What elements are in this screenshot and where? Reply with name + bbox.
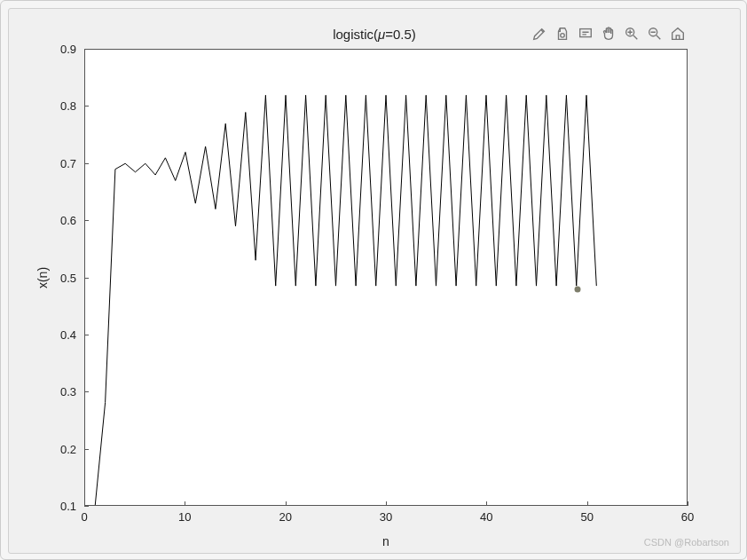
title-post: =0.5) xyxy=(385,27,416,42)
x-tick-mark xyxy=(185,501,185,506)
y-tick-label: 0.7 xyxy=(41,156,76,170)
figure-panel: logistic(μ=0.5) x(n) n 0.10.20.30. xyxy=(8,8,741,554)
title-mu: μ xyxy=(378,27,385,42)
y-tick-label: 0.1 xyxy=(41,500,76,513)
x-tick-label: 10 xyxy=(178,510,191,524)
zoom-out-icon[interactable] xyxy=(646,25,664,43)
y-tick-mark xyxy=(84,506,89,507)
title-pre: logistic( xyxy=(333,27,378,42)
y-tick-mark xyxy=(84,163,89,164)
datatip-icon[interactable] xyxy=(577,25,594,43)
x-tick-label: 0 xyxy=(81,510,87,524)
y-tick-mark xyxy=(84,49,89,50)
home-icon[interactable] xyxy=(669,25,687,43)
link-icon[interactable] xyxy=(554,25,571,43)
x-tick-label: 30 xyxy=(380,510,392,524)
x-tick-mark xyxy=(286,501,287,506)
y-tick-label: 0.3 xyxy=(41,385,76,398)
x-tick-label: 60 xyxy=(681,510,694,524)
y-tick-mark xyxy=(84,106,89,106)
line-series xyxy=(85,50,687,505)
y-tick-label: 0.5 xyxy=(41,271,76,284)
y-tick-mark xyxy=(84,278,89,279)
y-tick-label: 0.2 xyxy=(41,442,76,455)
chart-title: logistic(μ=0.5) xyxy=(333,27,416,42)
y-tick-label: 0.6 xyxy=(41,214,76,227)
watermark: CSDN @Robartson xyxy=(644,537,729,548)
x-tick-mark xyxy=(688,501,688,506)
y-tick-mark xyxy=(84,335,89,335)
y-tick-label: 0.4 xyxy=(41,327,76,341)
pan-icon[interactable] xyxy=(600,25,617,43)
svg-point-0 xyxy=(561,34,565,38)
axes-toolbar xyxy=(531,25,687,43)
x-tick-label: 40 xyxy=(480,510,492,524)
plot-axes[interactable] xyxy=(84,49,688,506)
y-tick-label: 0.8 xyxy=(41,99,76,113)
data-marker[interactable] xyxy=(575,287,581,293)
svg-rect-1 xyxy=(580,29,592,37)
x-tick-mark xyxy=(386,501,387,506)
x-tick-mark xyxy=(486,501,487,506)
x-axis-label: n xyxy=(382,534,389,548)
x-tick-label: 50 xyxy=(580,510,593,524)
y-tick-mark xyxy=(84,391,89,392)
y-tick-mark xyxy=(84,449,89,450)
y-tick-label: 0.9 xyxy=(41,43,76,56)
y-tick-mark xyxy=(84,220,89,221)
x-tick-mark xyxy=(84,501,85,506)
x-tick-label: 20 xyxy=(279,510,291,524)
zoom-in-icon[interactable] xyxy=(623,25,641,43)
x-tick-mark xyxy=(587,501,588,506)
brush-icon[interactable] xyxy=(531,25,548,43)
